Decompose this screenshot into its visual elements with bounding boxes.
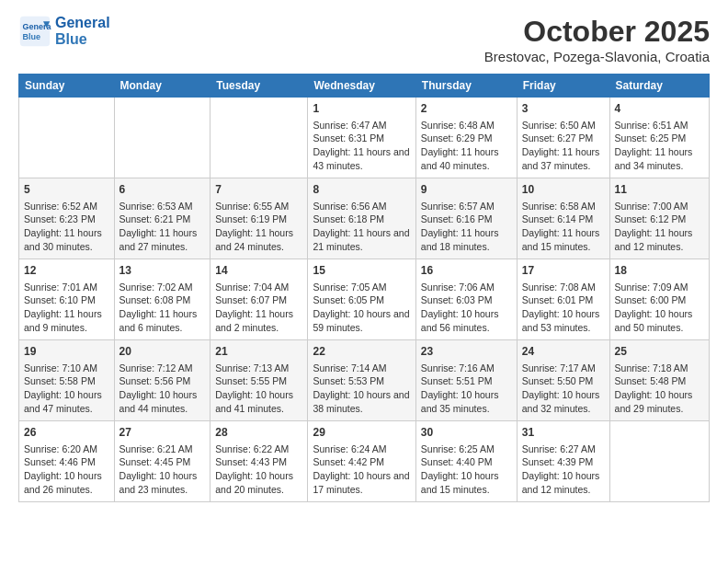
day-number: 13 — [119, 263, 206, 279]
calendar-cell: 29Sunrise: 6:24 AMSunset: 4:42 PMDayligh… — [308, 421, 415, 502]
day-info: Daylight: 10 hours and 23 minutes. — [119, 469, 206, 496]
calendar-subtitle: Brestovac, Pozega-Slavonia, Croatia — [484, 49, 710, 64]
week-row-5: 26Sunrise: 6:20 AMSunset: 4:46 PMDayligh… — [19, 421, 710, 502]
day-info: Daylight: 11 hours and 27 minutes. — [119, 226, 206, 253]
day-number: 31 — [522, 425, 605, 441]
calendar-cell: 3Sunrise: 6:50 AMSunset: 6:27 PMDaylight… — [517, 98, 609, 178]
calendar-cell: 5Sunrise: 6:52 AMSunset: 6:23 PMDaylight… — [19, 178, 115, 259]
day-number: 16 — [421, 263, 512, 279]
day-info: Daylight: 11 hours and 43 minutes. — [313, 145, 410, 172]
title-block: October 2025 Brestovac, Pozega-Slavonia,… — [484, 15, 710, 64]
day-info: Daylight: 11 hours and 12 minutes. — [615, 226, 704, 253]
day-info: Daylight: 10 hours and 56 minutes. — [421, 307, 512, 334]
logo-icon: General Blue — [18, 15, 51, 48]
calendar-cell: 15Sunrise: 7:05 AMSunset: 6:05 PMDayligh… — [308, 259, 415, 340]
day-info: Sunset: 6:27 PM — [522, 132, 605, 145]
day-info: Sunrise: 6:53 AM — [119, 200, 206, 213]
day-info: Sunset: 6:07 PM — [215, 293, 302, 307]
day-info: Daylight: 11 hours and 2 minutes. — [215, 307, 302, 334]
calendar-cell: 2Sunrise: 6:48 AMSunset: 6:29 PMDaylight… — [415, 98, 517, 178]
days-header-row: SundayMondayTuesdayWednesdayThursdayFrid… — [19, 75, 710, 98]
calendar-cell: 28Sunrise: 6:22 AMSunset: 4:43 PMDayligh… — [210, 421, 308, 502]
day-number: 8 — [313, 182, 410, 198]
logo-line2: Blue — [55, 31, 110, 48]
day-number: 14 — [215, 263, 302, 279]
day-header-wednesday: Wednesday — [308, 75, 415, 98]
day-info: Sunset: 6:29 PM — [421, 132, 512, 145]
day-info: Daylight: 10 hours and 35 minutes. — [421, 388, 512, 415]
calendar-cell: 12Sunrise: 7:01 AMSunset: 6:10 PMDayligh… — [19, 259, 115, 340]
day-info: Daylight: 10 hours and 15 minutes. — [421, 469, 512, 496]
day-info: Sunset: 6:10 PM — [24, 293, 109, 307]
day-info: Daylight: 10 hours and 20 minutes. — [215, 469, 302, 496]
day-info: Sunset: 6:01 PM — [522, 293, 605, 307]
day-info: Sunset: 5:50 PM — [522, 374, 605, 388]
day-info: Sunrise: 6:22 AM — [215, 442, 302, 456]
day-info: Sunrise: 6:52 AM — [24, 200, 109, 213]
day-info: Daylight: 10 hours and 29 minutes. — [615, 388, 704, 415]
calendar-cell: 11Sunrise: 7:00 AMSunset: 6:12 PMDayligh… — [609, 178, 709, 259]
day-number: 15 — [313, 263, 410, 279]
day-number: 26 — [24, 425, 109, 441]
day-info: Sunset: 6:18 PM — [313, 213, 410, 226]
day-info: Daylight: 11 hours and 37 minutes. — [522, 145, 605, 172]
day-info: Daylight: 11 hours and 9 minutes. — [24, 307, 109, 334]
day-info: Sunset: 4:40 PM — [421, 455, 512, 469]
calendar-cell: 6Sunrise: 6:53 AMSunset: 6:21 PMDaylight… — [114, 178, 210, 259]
day-number: 10 — [522, 182, 605, 198]
day-info: Sunrise: 7:17 AM — [522, 362, 605, 375]
day-header-tuesday: Tuesday — [210, 75, 308, 98]
day-info: Sunrise: 6:48 AM — [421, 119, 512, 132]
day-info: Sunrise: 7:05 AM — [313, 281, 410, 294]
day-info: Daylight: 10 hours and 53 minutes. — [522, 307, 605, 334]
day-number: 9 — [421, 182, 512, 198]
day-header-sunday: Sunday — [19, 75, 115, 98]
day-info: Sunset: 6:23 PM — [24, 213, 109, 226]
day-info: Daylight: 10 hours and 59 minutes. — [313, 307, 410, 334]
day-number: 17 — [522, 263, 605, 279]
day-info: Daylight: 11 hours and 40 minutes. — [421, 145, 512, 172]
day-number: 12 — [24, 263, 109, 279]
day-info: Sunrise: 7:01 AM — [24, 281, 109, 294]
calendar-cell: 26Sunrise: 6:20 AMSunset: 4:46 PMDayligh… — [19, 421, 115, 502]
day-info: Sunset: 6:21 PM — [119, 213, 206, 226]
calendar-cell: 30Sunrise: 6:25 AMSunset: 4:40 PMDayligh… — [415, 421, 517, 502]
page: General Blue General Blue October 2025 B… — [0, 0, 728, 517]
day-info: Sunrise: 7:13 AM — [215, 362, 302, 375]
day-info: Daylight: 10 hours and 41 minutes. — [215, 388, 302, 415]
calendar-cell: 16Sunrise: 7:06 AMSunset: 6:03 PMDayligh… — [415, 259, 517, 340]
day-info: Sunset: 5:58 PM — [24, 374, 109, 388]
day-info: Sunrise: 6:27 AM — [522, 442, 605, 456]
day-info: Sunrise: 7:12 AM — [119, 362, 206, 375]
day-info: Sunrise: 7:08 AM — [522, 281, 605, 294]
logo-line1: General — [55, 15, 110, 31]
day-number: 6 — [119, 182, 206, 198]
day-number: 20 — [119, 344, 206, 360]
calendar-cell: 18Sunrise: 7:09 AMSunset: 6:00 PMDayligh… — [609, 259, 709, 340]
day-info: Sunset: 4:45 PM — [119, 455, 206, 469]
day-info: Sunrise: 6:56 AM — [313, 200, 410, 213]
calendar-cell: 9Sunrise: 6:57 AMSunset: 6:16 PMDaylight… — [415, 178, 517, 259]
day-info: Sunset: 6:03 PM — [421, 293, 512, 307]
day-number: 27 — [119, 425, 206, 441]
day-number: 3 — [522, 101, 605, 117]
day-info: Sunrise: 7:09 AM — [615, 281, 704, 294]
day-number: 23 — [421, 344, 512, 360]
calendar-cell: 27Sunrise: 6:21 AMSunset: 4:45 PMDayligh… — [114, 421, 210, 502]
day-number: 1 — [313, 101, 410, 117]
day-info: Daylight: 10 hours and 26 minutes. — [24, 469, 109, 496]
day-info: Sunrise: 7:06 AM — [421, 281, 512, 294]
day-info: Sunrise: 7:14 AM — [313, 362, 410, 375]
day-info: Sunrise: 7:02 AM — [119, 281, 206, 294]
day-info: Sunrise: 6:51 AM — [615, 119, 704, 132]
calendar-cell: 20Sunrise: 7:12 AMSunset: 5:56 PMDayligh… — [114, 340, 210, 421]
day-info: Sunrise: 7:18 AM — [615, 362, 704, 375]
header: General Blue General Blue October 2025 B… — [18, 15, 710, 64]
day-number: 4 — [615, 101, 704, 117]
day-info: Sunrise: 6:21 AM — [119, 442, 206, 456]
day-info: Sunset: 6:08 PM — [119, 293, 206, 307]
day-header-saturday: Saturday — [609, 75, 709, 98]
day-info: Daylight: 10 hours and 12 minutes. — [522, 469, 605, 496]
day-number: 25 — [615, 344, 704, 360]
day-header-thursday: Thursday — [415, 75, 517, 98]
